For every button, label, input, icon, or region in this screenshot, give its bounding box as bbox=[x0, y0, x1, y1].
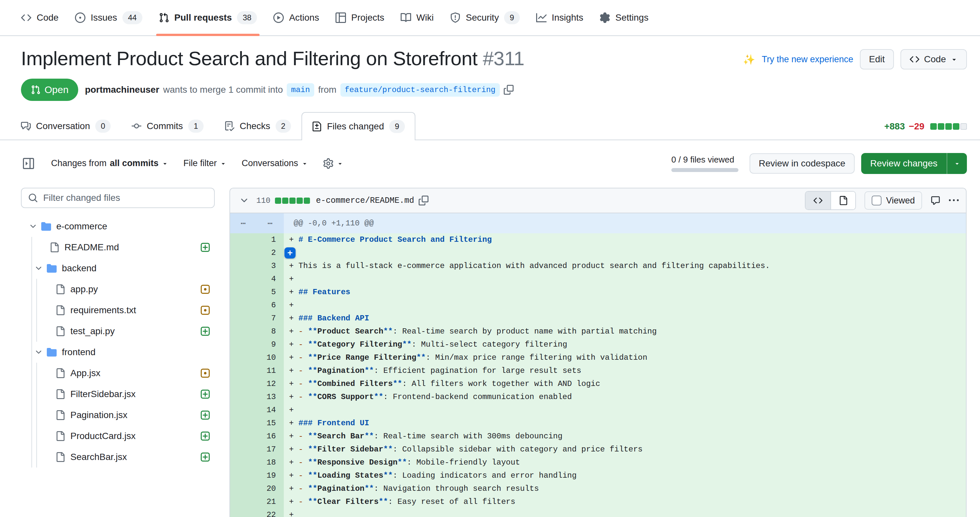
line-number[interactable]: 22 bbox=[230, 509, 284, 517]
nav-item-wiki[interactable]: Wiki bbox=[395, 0, 440, 35]
conversations-dropdown[interactable]: Conversations bbox=[242, 158, 308, 168]
line-content[interactable]: + - **Loading States**: Loading indicato… bbox=[284, 469, 966, 482]
line-number[interactable]: 13 bbox=[230, 391, 284, 404]
line-number[interactable]: 2 bbox=[230, 246, 284, 260]
tree-item-app-py[interactable]: app.py bbox=[21, 279, 215, 300]
nav-item-projects[interactable]: Projects bbox=[329, 0, 390, 35]
line-number[interactable]: 16 bbox=[230, 430, 284, 443]
line-content[interactable]: + bbox=[284, 404, 966, 417]
line-number[interactable]: 1 bbox=[230, 233, 284, 246]
line-number[interactable]: 5 bbox=[230, 286, 284, 299]
copy-branch-button[interactable] bbox=[504, 85, 514, 95]
viewed-checkbox[interactable] bbox=[872, 196, 881, 206]
line-content[interactable]: + ### Backend API bbox=[284, 312, 966, 325]
file-options-button[interactable] bbox=[949, 196, 959, 206]
nav-item-security[interactable]: Security9 bbox=[444, 0, 526, 35]
tree-item-pagination-jsx[interactable]: Pagination.jsx bbox=[21, 405, 215, 426]
line-content[interactable]: + # E-Commerce Product Search and Filter… bbox=[284, 233, 966, 246]
line-number[interactable]: 9 bbox=[230, 338, 284, 351]
line-number[interactable]: 12 bbox=[230, 377, 284, 391]
line-content[interactable]: + bbox=[284, 273, 966, 286]
line-number[interactable]: 10 bbox=[230, 351, 284, 364]
tree-item-backend[interactable]: backend bbox=[21, 258, 215, 279]
line-content[interactable]: + bbox=[284, 509, 966, 517]
line-number[interactable]: 7 bbox=[230, 312, 284, 325]
file-filter-dropdown[interactable]: File filter bbox=[183, 158, 226, 168]
copy-file-path-button[interactable] bbox=[418, 196, 428, 206]
diff-toolbar: Changes from all commits File filter Con… bbox=[0, 140, 980, 188]
line-content[interactable]: + - **Clear Filters**: Easy reset of all… bbox=[284, 495, 966, 509]
tree-item-frontend[interactable]: frontend bbox=[21, 342, 215, 363]
line-number[interactable]: 18 bbox=[230, 456, 284, 469]
tab-files-changed[interactable]: Files changed9 bbox=[301, 112, 415, 140]
viewed-toggle-button[interactable]: Viewed bbox=[864, 191, 922, 210]
line-content[interactable]: + ## Features bbox=[284, 286, 966, 299]
nav-item-actions[interactable]: Actions bbox=[267, 0, 325, 35]
line-content[interactable]: + ### Frontend UI bbox=[284, 417, 966, 430]
code-button[interactable]: Code bbox=[900, 49, 967, 69]
collapse-file-tree-button[interactable] bbox=[21, 156, 36, 171]
line-number[interactable]: 21 bbox=[230, 495, 284, 509]
line-number[interactable]: 8 bbox=[230, 325, 284, 338]
tab-conversation[interactable]: Conversation0 bbox=[11, 112, 121, 140]
base-branch-label[interactable]: main bbox=[287, 83, 314, 97]
nav-item-settings[interactable]: Settings bbox=[594, 0, 654, 35]
line-number[interactable]: 17 bbox=[230, 443, 284, 456]
line-number[interactable]: 19 bbox=[230, 469, 284, 482]
changes-from-dropdown[interactable]: Changes from all commits bbox=[51, 158, 168, 168]
head-branch-label[interactable]: feature/product-search-filtering bbox=[340, 83, 500, 97]
line-content[interactable]: + - **Filter Sidebar**: Collapsible side… bbox=[284, 443, 966, 456]
nav-item-pull-requests[interactable]: Pull requests38 bbox=[153, 0, 263, 35]
tree-item-test-api-py[interactable]: test_api.py bbox=[21, 321, 215, 342]
nav-item-insights[interactable]: Insights bbox=[530, 0, 590, 35]
line-number[interactable]: 14 bbox=[230, 404, 284, 417]
file-comment-button[interactable] bbox=[931, 196, 940, 206]
tree-item-readme-md[interactable]: README.md bbox=[21, 237, 215, 258]
line-number[interactable]: 20 bbox=[230, 482, 284, 495]
line-content[interactable]: + bbox=[284, 246, 966, 260]
line-content[interactable]: + This is a full-stack e-commerce applic… bbox=[284, 260, 966, 273]
pr-author[interactable]: portmachineuser bbox=[85, 85, 159, 95]
line-content[interactable]: + - **Responsive Design**: Mobile-friend… bbox=[284, 456, 966, 469]
try-new-experience-link[interactable]: Try the new experience bbox=[762, 54, 853, 65]
filter-changed-files-input[interactable] bbox=[43, 193, 214, 203]
line-content[interactable]: + - **CORS Support**: Frontend-backend c… bbox=[284, 391, 966, 404]
tree-item-searchbar-jsx[interactable]: SearchBar.jsx bbox=[21, 447, 215, 468]
tree-item-requirements-txt[interactable]: requirements.txt bbox=[21, 300, 215, 321]
edit-button[interactable]: Edit bbox=[860, 49, 894, 69]
review-in-codespace-button[interactable]: Review in codespace bbox=[749, 153, 854, 174]
rich-view-button[interactable] bbox=[830, 191, 855, 209]
line-content[interactable]: + - **Combined Filters**: All filters wo… bbox=[284, 377, 966, 391]
nav-item-issues[interactable]: Issues44 bbox=[69, 0, 148, 35]
tab-checks[interactable]: Checks2 bbox=[214, 112, 301, 140]
line-content[interactable]: + - **Search Bar**: Real-time search wit… bbox=[284, 430, 966, 443]
line-content[interactable]: + - **Pagination**: Efficient pagination… bbox=[284, 364, 966, 377]
review-changes-button[interactable]: Review changes bbox=[861, 153, 967, 174]
nav-item-code[interactable]: Code bbox=[15, 0, 64, 35]
line-number[interactable]: 4 bbox=[230, 273, 284, 286]
source-view-button[interactable] bbox=[805, 191, 830, 209]
diff-settings-dropdown[interactable] bbox=[323, 158, 344, 169]
review-changes-caret[interactable] bbox=[947, 153, 967, 174]
add-comment-button[interactable]: + bbox=[285, 247, 296, 258]
line-number[interactable]: 6 bbox=[230, 299, 284, 312]
tree-item-e-commerce[interactable]: e-commerce bbox=[21, 216, 215, 237]
tree-item-productcard-jsx[interactable]: ProductCard.jsx bbox=[21, 426, 215, 447]
line-number[interactable]: 3 bbox=[230, 260, 284, 273]
collapse-diff-button[interactable] bbox=[237, 194, 251, 207]
line-number[interactable]: 15 bbox=[230, 417, 284, 430]
line-content[interactable]: + bbox=[284, 299, 966, 312]
file-status-modified-icon bbox=[200, 305, 210, 315]
line-number[interactable]: 11 bbox=[230, 364, 284, 377]
hunk-gutter: ⋯⋯ bbox=[230, 213, 284, 233]
diff-line-19: 19+ - **Loading States**: Loading indica… bbox=[230, 469, 966, 482]
line-content[interactable]: + - **Pagination**: Navigation through s… bbox=[284, 482, 966, 495]
tab-commits[interactable]: Commits1 bbox=[121, 112, 214, 140]
tree-item-app-jsx[interactable]: App.jsx bbox=[21, 363, 215, 384]
line-content[interactable]: + - **Category Filtering**: Multi-select… bbox=[284, 338, 966, 351]
file-status-added-icon bbox=[200, 452, 210, 462]
tree-item-filtersidebar-jsx[interactable]: FilterSidebar.jsx bbox=[21, 384, 215, 405]
line-content[interactable]: + - **Product Search**: Real-time search… bbox=[284, 325, 966, 338]
line-content[interactable]: + - **Price Range Filtering**: Min/max p… bbox=[284, 351, 966, 364]
file-path[interactable]: e-commerce/README.md bbox=[316, 196, 414, 206]
